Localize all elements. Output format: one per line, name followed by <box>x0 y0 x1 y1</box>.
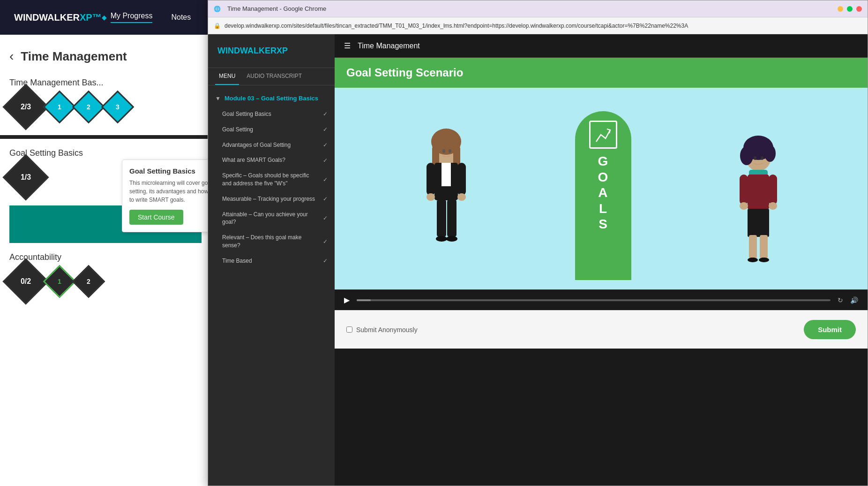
course-logo-text: WINDWALKERXP <box>217 46 288 55</box>
nav-my-progress[interactable]: My Progress <box>111 12 153 23</box>
play-button[interactable]: ▶ <box>344 296 350 304</box>
svg-point-10 <box>427 193 435 201</box>
check-icon-1: ✓ <box>323 126 328 133</box>
menu-item-label: Time Based <box>222 257 319 265</box>
module-title-2: Goal Setting Basics <box>9 148 202 158</box>
character-container: GOALS <box>335 88 868 289</box>
svg-rect-28 <box>748 209 769 237</box>
menu-item-label: Specific – Goals should be specific and … <box>222 172 319 188</box>
module-header-text: Module 03 – Goal Setting Basics <box>224 95 318 102</box>
course-nav-tabs: MENU AUDIO TRANSCRIPT <box>208 68 335 85</box>
svg-point-32 <box>759 258 769 262</box>
menu-item-goal-setting[interactable]: Goal Setting ✓ <box>208 122 335 137</box>
badge-text-3: 0/2 <box>21 277 31 286</box>
menu-item-goal-setting-basics[interactable]: Goal Setting Basics ✓ <box>208 106 335 122</box>
card-title: Goal Setting Basics <box>129 167 213 175</box>
progress-fill <box>357 299 371 301</box>
refresh-icon[interactable]: ↻ <box>838 296 843 304</box>
browser-window: 🌐 Time Management - Google Chrome 🔒 deve… <box>208 0 868 486</box>
module-title-1: Time Management Bas... <box>9 78 202 88</box>
svg-point-26 <box>740 202 748 210</box>
audio-transcript-tab[interactable]: AUDIO TRANSCRIPT <box>243 68 306 85</box>
submit-button[interactable]: Submit <box>804 320 856 339</box>
svg-point-15 <box>446 236 457 242</box>
svg-rect-29 <box>749 235 757 258</box>
svg-point-5 <box>449 149 451 153</box>
progress-track[interactable] <box>357 299 831 301</box>
badge-text-2: 1/3 <box>21 173 31 182</box>
sub-badge-3-1[interactable]: 1 <box>43 265 76 298</box>
menu-item-specific[interactable]: Specific – Goals should be specific and … <box>208 168 335 191</box>
card-description: This microlearning will cover goal setti… <box>129 179 213 204</box>
anonymous-checkbox[interactable] <box>346 327 352 333</box>
svg-rect-30 <box>760 235 768 258</box>
badge-text-1: 2/3 <box>21 103 31 111</box>
sub-badge-3-2[interactable]: 2 <box>72 265 105 298</box>
start-course-button[interactable]: Start Course <box>129 210 183 225</box>
course-title: Time Management <box>358 42 420 50</box>
svg-point-18 <box>740 146 753 165</box>
page-title: Time Management <box>21 49 127 64</box>
check-icon-2: ✓ <box>323 142 328 148</box>
svg-rect-8 <box>427 163 435 196</box>
anonymous-option: Submit Anonymously <box>346 326 418 334</box>
menu-item-smart-goals[interactable]: What are SMART Goals? ✓ <box>208 152 335 168</box>
sub-badge-1-2[interactable]: 2 <box>72 91 105 124</box>
menu-item-label: Advantages of Goal Setting <box>222 141 319 149</box>
svg-point-20 <box>754 156 756 160</box>
course-logo: WINDWALKERXP <box>208 34 335 68</box>
back-button[interactable]: ‹ <box>9 49 14 64</box>
volume-icon[interactable]: 🔊 <box>850 296 858 304</box>
check-icon-7: ✓ <box>323 238 328 245</box>
browser-favicon: 🌐 <box>214 6 221 12</box>
main-progress-badge-3[interactable]: 0/2 <box>3 258 49 305</box>
svg-point-4 <box>442 149 445 153</box>
menu-item-label: Measurable – Tracking your progress <box>222 195 319 203</box>
player-icons: ↻ 🔊 <box>838 296 858 304</box>
check-icon-8: ✓ <box>323 258 328 264</box>
menu-item-attainable[interactable]: Attainable – Can you achieve your goal? … <box>208 207 335 230</box>
svg-rect-12 <box>437 199 446 237</box>
module-section-3: Accountability 0/2 1 2 <box>9 252 202 298</box>
maximize-button[interactable] <box>847 6 853 12</box>
browser-tab-title: Time Management - Google Chrome <box>227 5 326 12</box>
close-button[interactable] <box>856 6 862 12</box>
check-icon-4: ✓ <box>323 176 328 183</box>
menu-tab[interactable]: MENU <box>215 68 239 85</box>
browser-body: WINDWALKERXP MENU AUDIO TRANSCRIPT ▼ Mod… <box>208 34 868 486</box>
main-progress-badge-2[interactable]: 1/3 <box>3 154 49 201</box>
module-section-1: Time Management Bas... 2/3 1 2 3 <box>9 78 202 123</box>
sub-badge-1-1[interactable]: 1 <box>43 91 76 124</box>
page-header: ‹ Time Management <box>9 49 202 64</box>
browser-titlebar: 🌐 Time Management - Google Chrome <box>208 0 868 17</box>
menu-item-advantages[interactable]: Advantages of Goal Setting ✓ <box>208 137 335 153</box>
svg-rect-9 <box>457 163 466 196</box>
course-content-area: Goal Setting Scenario <box>335 58 868 486</box>
course-header: ☰ Time Management <box>335 34 868 58</box>
scenario-visual: GOALS <box>335 88 868 289</box>
menu-item-label: What are SMART Goals? <box>222 156 319 164</box>
hamburger-icon[interactable]: ☰ <box>344 41 351 50</box>
sub-badge-1-3[interactable]: 3 <box>101 91 135 124</box>
goals-text: GOALS <box>598 153 609 232</box>
diamond-row-1: 2/3 1 2 3 <box>9 91 202 123</box>
menu-item-time-based[interactable]: Time Based ✓ <box>208 253 335 269</box>
minimize-button[interactable] <box>838 6 843 12</box>
section-divider <box>0 135 211 139</box>
svg-point-14 <box>436 236 447 242</box>
submit-panel: Submit Anonymously Submit <box>335 310 868 349</box>
browser-addressbar: 🔒 develop.windwalkerxp.com/sites/default… <box>208 17 868 34</box>
main-progress-badge-1[interactable]: 2/3 <box>3 84 49 130</box>
module-title-3: Accountability <box>9 252 202 262</box>
module-header[interactable]: ▼ Module 03 – Goal Setting Basics <box>208 90 335 106</box>
svg-rect-25 <box>769 175 777 205</box>
url-bar[interactable]: develop.windwalkerxp.com/sites/default/f… <box>224 23 862 29</box>
svg-point-11 <box>457 193 466 201</box>
course-sidebar: WINDWALKERXP MENU AUDIO TRANSCRIPT ▼ Mod… <box>208 34 335 486</box>
nav-notes[interactable]: Notes <box>171 13 191 22</box>
menu-item-measurable[interactable]: Measurable – Tracking your progress ✓ <box>208 191 335 207</box>
menu-item-relevant[interactable]: Relevant – Does this goal make sense? ✓ <box>208 230 335 253</box>
browser-controls <box>838 6 862 12</box>
chart-icon <box>589 121 617 149</box>
check-icon-6: ✓ <box>323 215 328 221</box>
